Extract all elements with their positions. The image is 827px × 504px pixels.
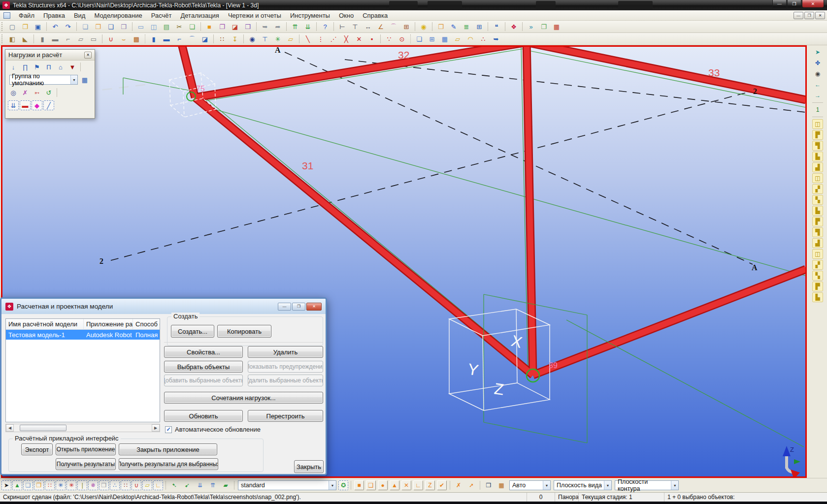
snap-to-intersections-icon[interactable]: ✕ <box>401 480 411 490</box>
concrete-slab-icon[interactable]: ◣ <box>20 34 30 44</box>
steel-column-icon[interactable]: ▮ <box>37 34 47 44</box>
create-line-icon[interactable]: ╲ <box>303 34 313 44</box>
set-work-plane-icon[interactable]: ▱ <box>286 34 296 44</box>
point-extension-icon[interactable]: ▪ <box>367 34 377 44</box>
menu-item-7[interactable]: Инструменты <box>286 11 334 20</box>
depth-up-icon[interactable]: ⇈ <box>208 480 218 490</box>
snap-any-position-icon[interactable]: ✵ <box>88 480 98 490</box>
export-button[interactable]: Экспорт <box>21 443 53 455</box>
snap-corners-icon[interactable]: ∴ <box>110 480 120 490</box>
snap-reference-lines-icon[interactable]: ✳ <box>56 480 66 490</box>
area-load-icon[interactable]: Π <box>43 62 54 72</box>
connection-3-icon[interactable]: ▜ <box>812 141 823 151</box>
table-row[interactable]: Тестовая модель-1 Autodesk Robot ... Пол… <box>6 330 160 340</box>
connection-7-icon[interactable]: ▞ <box>812 184 823 194</box>
snap-to-arc-center-icon[interactable]: ● <box>378 480 388 490</box>
load-combinations-button[interactable]: Сочетания нагрузок... <box>164 392 323 404</box>
open-model-icon[interactable]: ❐ <box>20 22 30 32</box>
next-view-icon[interactable]: → <box>813 91 823 100</box>
copy-to-plane-icon[interactable]: ▱ <box>453 34 463 44</box>
dialog-close-button[interactable]: Закрыть <box>294 460 324 473</box>
measure-angle-icon[interactable]: ∠ <box>376 22 386 32</box>
macro-scroll-icon[interactable]: ❒ <box>119 22 129 32</box>
connection-13-icon[interactable]: ◫ <box>812 249 823 259</box>
analysis-models-dialog[interactable]: ❖ Расчетная и проектная модели — ❐ ✕ Имя… <box>0 297 327 475</box>
dialog-minimize-button[interactable]: — <box>278 303 291 311</box>
phase-manager-icon[interactable]: ❝ <box>492 22 501 32</box>
connection-14-icon[interactable]: ▞ <box>812 260 823 270</box>
remove-selected-button[interactable]: Удалить выбранные объекты <box>248 375 323 386</box>
open-app-button[interactable]: Открыть приложение <box>56 443 116 455</box>
snap-to-geometry-icon[interactable]: ❑ <box>366 480 376 490</box>
fit-work-area-icon[interactable]: ⊤ <box>260 34 270 44</box>
connection-5-icon[interactable]: ▟ <box>812 162 823 172</box>
select-plane-mode-icon[interactable]: ▰ <box>221 480 231 490</box>
connection-4-icon[interactable]: ▙ <box>812 152 823 161</box>
snap-to-corner-icon[interactable]: ∟ <box>413 480 423 490</box>
properties-button[interactable]: Свойства... <box>164 346 243 358</box>
analysis-polybeam-icon[interactable]: ⌐ <box>174 34 184 44</box>
view-plane-combobox[interactable]: Плоскость вида ▼ <box>554 480 612 490</box>
minimize-button[interactable]: — <box>772 0 787 8</box>
moment-load-icon[interactable]: ⚑ <box>32 62 42 72</box>
create-report-icon[interactable]: ≣ <box>462 22 471 32</box>
rebuild-button[interactable]: Перестроить <box>248 410 323 422</box>
scroll-thumb[interactable] <box>20 425 66 431</box>
toggle-members-icon[interactable]: ╱ <box>43 100 54 110</box>
select-points-icon[interactable]: ∷ <box>45 480 55 490</box>
snap-override-icon[interactable]: ✔ <box>437 480 447 490</box>
component-catalog-icon[interactable]: ■ <box>204 22 214 32</box>
view-list-icon[interactable]: ▤ <box>162 22 171 32</box>
jump-snap-icon[interactable]: ➚ <box>466 480 476 490</box>
snap-nearest-icon[interactable]: ❘ <box>77 480 87 490</box>
new-model-icon[interactable]: ▢ <box>7 22 17 32</box>
load-group-combobox[interactable]: Группа по умолчанию ▼ <box>9 75 78 85</box>
connection-8-icon[interactable]: ▚ <box>812 195 823 205</box>
weld-icon[interactable]: ∪ <box>106 34 116 44</box>
select-area-icon[interactable]: ❒ <box>99 480 109 490</box>
component-paste-icon[interactable]: ❐ <box>217 22 227 32</box>
load-groups-icon[interactable]: ▦ <box>79 75 90 85</box>
connection-end-plate-icon[interactable]: ◫ <box>812 119 823 129</box>
tekla-online-icon[interactable]: ❖ <box>509 22 519 32</box>
select-component-objects-icon[interactable]: ❏ <box>23 480 33 490</box>
analysis-toggle-icon[interactable]: ✗ <box>20 88 31 97</box>
create-button[interactable]: Создать... <box>171 325 214 338</box>
divide-line-icon[interactable]: ∵ <box>384 34 394 44</box>
area-select-icon[interactable]: ❏ <box>187 22 197 32</box>
analysis-column-icon[interactable]: ▮ <box>149 34 159 44</box>
close-button[interactable]: ✕ <box>802 0 824 8</box>
measure-free-icon[interactable]: ↔ <box>363 22 373 32</box>
menu-item-1[interactable]: Правка <box>39 11 69 20</box>
steel-contour-plate-icon[interactable]: ▱ <box>76 34 86 44</box>
steel-panel-icon[interactable]: ▭ <box>89 34 99 44</box>
snap-geometry-lines-icon[interactable]: ✳ <box>66 480 76 490</box>
load-export-icon[interactable]: ▼ <box>67 62 78 72</box>
phase-1-icon[interactable]: 1 <box>813 105 823 115</box>
polygon-weld-icon[interactable]: ⌣ <box>119 34 129 44</box>
move-object-icon[interactable]: ➥ <box>491 34 501 44</box>
grid-view-toggle-icon[interactable]: ▦ <box>496 480 506 490</box>
analysis-arrows-icon[interactable]: ➳ <box>32 88 42 97</box>
context-help-icon[interactable]: ? <box>320 22 330 32</box>
mdi-child-icon[interactable] <box>3 12 10 19</box>
find-in-view-icon[interactable]: ◉ <box>813 69 823 79</box>
select-planes-icon[interactable]: ▱ <box>142 480 152 490</box>
get-results-button[interactable]: Получить результаты <box>56 458 116 470</box>
menu-item-0[interactable]: Файл <box>14 11 39 20</box>
chevron-down-icon[interactable]: ▼ <box>671 481 678 490</box>
auto-snap-icon[interactable]: ✳ <box>273 34 283 44</box>
close-app-button[interactable]: Закрыть приложение <box>119 443 217 455</box>
depth-down-icon[interactable]: ⇊ <box>195 480 205 490</box>
connection-16-icon[interactable]: ▛ <box>812 282 823 291</box>
measure-bolt-icon[interactable]: ⊞ <box>401 22 411 32</box>
column-header-method[interactable]: Способ с <box>133 319 160 329</box>
measure-arc-icon[interactable]: ⌒ <box>389 22 398 32</box>
numbering-icon[interactable]: ⊞ <box>474 22 484 32</box>
copy-linear-icon[interactable]: ⊞ <box>427 34 437 44</box>
analysis-beam-icon[interactable]: ▬ <box>162 34 171 44</box>
menu-item-8[interactable]: Окно <box>334 11 358 20</box>
chevron-down-icon[interactable]: ▼ <box>329 481 336 490</box>
sync-out-icon[interactable]: ⇊ <box>303 22 313 32</box>
toggle-loads-icon[interactable]: ⇊ <box>8 100 19 110</box>
